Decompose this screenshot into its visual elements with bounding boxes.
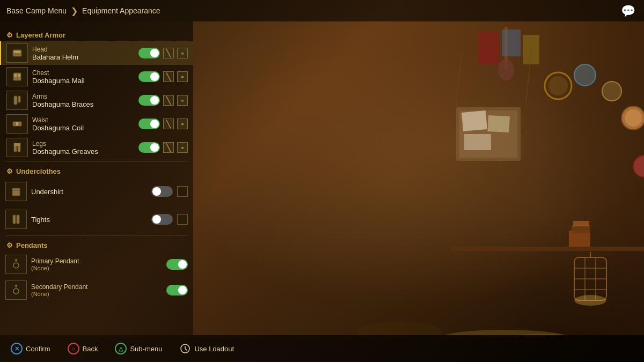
secondary-pendant-text: Secondary Pendant (None) — [31, 283, 166, 297]
undershirt-text: Undershirt — [31, 188, 151, 196]
waist-armor-text: Waist Doshaguma Coil — [32, 116, 138, 132]
submenu-action[interactable]: △ Sub-menu — [115, 343, 162, 354]
confirm-action[interactable]: ✕ Confirm — [11, 343, 50, 354]
pendants-icon: ⚙ — [6, 241, 13, 249]
primary-pendant-item[interactable]: Primary Pendant (None) — [0, 252, 193, 277]
chest-armor-controls: ╲ ▪ — [138, 71, 188, 82]
head-armor-item[interactable]: Head Balahara Helm ╲ ▪ — [0, 41, 193, 65]
primary-pendant-text: Primary Pendant (None) — [31, 257, 166, 271]
divider-2 — [5, 235, 188, 236]
layered-armor-icon: ⚙ — [6, 31, 13, 39]
svg-rect-55 — [17, 215, 19, 224]
waist-armor-name: Doshaguma Coil — [32, 124, 138, 132]
head-armor-category: Head — [32, 46, 138, 53]
head-armor-pattern2[interactable]: ▪ — [177, 48, 188, 58]
arms-armor-text: Arms Doshaguma Braces — [32, 93, 138, 108]
chest-armor-name: Doshaguma Mail — [32, 77, 138, 85]
use-loadout-action[interactable]: Use Loadout — [179, 343, 234, 354]
breadcrumb-current: Equipment Appearance — [82, 6, 160, 15]
legs-armor-pattern1[interactable]: ╲ — [163, 142, 174, 153]
primary-pendant-category: Primary Pendant — [31, 257, 166, 265]
waist-armor-toggle[interactable] — [138, 119, 160, 129]
undershirt-toggle[interactable] — [151, 186, 173, 197]
back-label: Back — [83, 345, 98, 353]
arms-armor-pattern1[interactable]: ╲ — [163, 95, 174, 106]
svg-rect-54 — [13, 215, 16, 224]
tights-text: Tights — [31, 216, 151, 224]
undershirt-controls — [151, 186, 188, 197]
chest-armor-pattern1[interactable]: ╲ — [163, 71, 174, 82]
secondary-pendant-icon — [5, 280, 27, 300]
svg-rect-38 — [14, 51, 20, 53]
head-armor-icon — [6, 43, 28, 63]
submenu-label: Sub-menu — [130, 345, 162, 353]
svg-rect-51 — [14, 143, 20, 146]
head-armor-controls: ╲ ▪ — [138, 48, 188, 58]
chest-armor-toggle[interactable] — [138, 71, 160, 82]
head-armor-text: Head Balahara Helm — [32, 46, 138, 61]
top-navigation-bar: Base Camp Menu ❯ Equipment Appearance 💬 — [0, 0, 644, 21]
chat-icon[interactable]: 💬 — [621, 4, 635, 18]
svg-rect-52 — [12, 188, 20, 196]
layered-armor-label: Layered Armor — [16, 31, 65, 39]
layered-armor-section-header: ⚙ Layered Armor — [0, 28, 193, 41]
tights-toggle[interactable] — [151, 214, 173, 225]
waist-armor-pattern1[interactable]: ╲ — [163, 119, 174, 129]
head-armor-name: Balahara Helm — [32, 53, 138, 61]
breadcrumb-separator: ❯ — [71, 6, 78, 16]
head-armor-pattern1[interactable]: ╲ — [163, 48, 174, 58]
breadcrumb-parent[interactable]: Base Camp Menu — [6, 6, 67, 15]
legs-armor-item[interactable]: Legs Doshaguma Greaves ╲ ▪ — [0, 136, 193, 159]
secondary-pendant-name: (None) — [31, 291, 166, 297]
arms-armor-name: Doshaguma Braces — [32, 100, 138, 108]
waist-armor-item[interactable]: Waist Doshaguma Coil ╲ ▪ — [0, 112, 193, 136]
legs-armor-name: Doshaguma Greaves — [32, 147, 138, 156]
svg-rect-43 — [18, 74, 20, 77]
undershirt-name: Undershirt — [31, 188, 151, 196]
arms-armor-controls: ╲ ▪ — [138, 95, 188, 106]
primary-pendant-toggle[interactable] — [166, 259, 188, 270]
arms-armor-category: Arms — [32, 93, 138, 100]
legs-armor-toggle[interactable] — [138, 142, 160, 153]
undershirt-checkbox[interactable] — [177, 186, 188, 197]
arms-armor-item[interactable]: Arms Doshaguma Braces ╲ ▪ — [0, 88, 193, 112]
tights-checkbox[interactable] — [177, 214, 188, 225]
arms-armor-toggle[interactable] — [138, 95, 160, 106]
secondary-pendant-toggle[interactable] — [166, 285, 188, 295]
waist-armor-category: Waist — [32, 116, 138, 124]
secondary-pendant-item[interactable]: Secondary Pendant (None) — [0, 277, 193, 303]
pendants-section-header: ⚙ Pendants — [0, 238, 193, 252]
undershirt-icon — [5, 182, 27, 201]
svg-rect-45 — [18, 96, 20, 102]
cross-button-icon: ✕ — [11, 343, 23, 354]
circle-button-icon: ○ — [68, 343, 79, 354]
secondary-pendant-category: Secondary Pendant — [31, 283, 166, 291]
tights-item[interactable]: Tights — [0, 205, 193, 233]
legs-armor-icon — [6, 138, 28, 157]
chest-armor-item[interactable]: Chest Doshaguma Mail ╲ ▪ — [0, 65, 193, 88]
waist-armor-controls: ╲ ▪ — [138, 119, 188, 129]
decorative-right — [537, 21, 644, 335]
legs-armor-pattern2[interactable]: ▪ — [177, 142, 188, 153]
svg-point-59 — [13, 289, 19, 294]
secondary-pendant-controls — [166, 285, 188, 295]
undershirt-item[interactable]: Undershirt — [0, 178, 193, 205]
arms-armor-icon — [6, 91, 28, 110]
svg-point-58 — [15, 259, 17, 261]
head-armor-toggle[interactable] — [138, 48, 160, 58]
svg-rect-48 — [16, 122, 18, 125]
primary-pendant-icon — [5, 255, 27, 274]
underclothes-icon: ⚙ — [6, 167, 13, 175]
breadcrumb: Base Camp Menu ❯ Equipment Appearance — [6, 6, 160, 16]
waist-armor-icon — [6, 114, 28, 134]
tights-icon — [5, 210, 27, 229]
use-loadout-label: Use Loadout — [194, 345, 234, 353]
back-action[interactable]: ○ Back — [68, 343, 98, 354]
chest-armor-pattern2[interactable]: ▪ — [177, 71, 188, 82]
character-display-area — [193, 21, 644, 335]
divider-1 — [5, 161, 188, 162]
legs-armor-controls: ╲ ▪ — [138, 142, 188, 153]
chest-armor-icon — [6, 67, 28, 86]
waist-armor-pattern2[interactable]: ▪ — [177, 119, 188, 129]
arms-armor-pattern2[interactable]: ▪ — [177, 95, 188, 106]
